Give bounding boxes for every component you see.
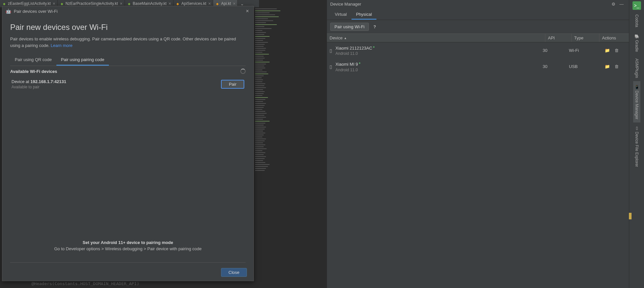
- panel-title: Device Manager: [330, 2, 610, 7]
- device-table: Device ▲ API Type Actions ▯ Xiaomi 21121…: [327, 33, 629, 288]
- folder-icon[interactable]: 📁: [605, 64, 610, 69]
- pair-wifi-button[interactable]: Pair using Wi-Fi: [330, 23, 369, 31]
- gear-icon[interactable]: ⚙: [610, 2, 617, 7]
- tab-pair-code[interactable]: Pair using pairing code: [56, 55, 109, 66]
- phone-icon: ▯: [330, 64, 332, 69]
- right-toolbar: >_ Codota 🐘Gradle ASMPlugin 📱Device Mana…: [629, 0, 644, 288]
- status-dot-icon: ●: [359, 61, 361, 65]
- th-type[interactable]: Type: [572, 34, 599, 42]
- dialog-titlebar: 🤖 Pair devices over Wi-Fi ×: [2, 6, 253, 16]
- device-os: Android 11.0: [335, 68, 543, 72]
- help-icon[interactable]: ?: [372, 24, 377, 29]
- device-name: Xiaomi MI 9●: [335, 61, 543, 67]
- phone-icon: ▯: [330, 48, 332, 53]
- status-dot-icon: ●: [373, 45, 375, 49]
- more-tabs-button[interactable]: ⌄: [238, 1, 247, 6]
- close-icon[interactable]: ×: [53, 1, 55, 6]
- kotlin-icon: ◆: [215, 1, 220, 6]
- kotlin-icon: ◆: [2, 1, 7, 6]
- minimize-icon[interactable]: —: [617, 2, 626, 7]
- dialog-heading: Pair new devices over Wi-Fi: [10, 23, 246, 32]
- kotlin-icon: ◆: [127, 1, 131, 6]
- tab-label: BaseMainActivity.kt: [133, 1, 167, 6]
- tab-pair-qr[interactable]: Pair using QR code: [10, 55, 56, 66]
- device-row[interactable]: ▯ Xiaomi MI 9● Android 11.0 30 USB 📁 🗑: [327, 58, 629, 75]
- sidebar-tab-device-manager[interactable]: 📱Device Manager: [633, 81, 640, 122]
- pairing-hint: Set your Android 11+ device to pairing m…: [10, 237, 246, 261]
- panel-header: Device Manager ⚙ —: [327, 0, 629, 8]
- editor-minimap[interactable]: [255, 7, 291, 283]
- close-icon[interactable]: ×: [233, 1, 235, 6]
- trash-icon[interactable]: 🗑: [614, 64, 619, 69]
- th-device[interactable]: Device ▲: [327, 34, 545, 42]
- tab-physical[interactable]: Physical: [352, 10, 376, 20]
- android-icon: 🤖: [6, 9, 11, 14]
- pair-method-tabs: Pair using QR code Pair using pairing co…: [10, 55, 246, 66]
- close-icon[interactable]: ×: [245, 8, 250, 14]
- device-type: USB: [569, 64, 597, 69]
- code-fragment: @Headers(Constants.HOST_DOMAIN_HEADER_AP…: [31, 281, 139, 286]
- device-api: 30: [543, 64, 569, 69]
- pairable-device-row: Device at 192.168.1.7:42131 Available to…: [10, 77, 246, 92]
- device-toolbar: Pair using Wi-Fi ?: [327, 20, 629, 33]
- device-os: Android 11.0: [335, 51, 543, 56]
- available-devices-header: Available Wi-Fi devices: [10, 66, 246, 77]
- close-icon[interactable]: ×: [169, 1, 171, 6]
- sidebar-tab-device-file-explorer[interactable]: ▯Device File Explorer: [633, 122, 640, 170]
- th-actions[interactable]: Actions: [599, 34, 629, 42]
- dialog-title: Pair devices over Wi-Fi: [14, 9, 245, 14]
- sort-asc-icon: ▲: [344, 36, 347, 40]
- close-icon[interactable]: ×: [120, 1, 123, 6]
- device-row[interactable]: ▯ Xiaomi 2112123AC● Android 11.0 30 Wi-F…: [327, 42, 629, 58]
- device-type-tabs: Virtual Physical: [327, 8, 629, 20]
- trash-icon[interactable]: 🗑: [614, 48, 619, 53]
- loading-spinner-icon: [240, 69, 246, 74]
- terminal-icon[interactable]: >_: [633, 1, 641, 10]
- tab-label: NzEarPracticeSingleActivity.kt: [66, 1, 118, 6]
- sidebar-tab-gradle[interactable]: 🐘Gradle: [633, 31, 640, 55]
- tab-label: ApiServices.kt: [181, 1, 206, 6]
- device-status: Available to pair: [11, 85, 66, 89]
- device-type: Wi-Fi: [569, 48, 597, 53]
- table-header: Device ▲ API Type Actions: [327, 33, 629, 42]
- divider: [10, 262, 246, 263]
- scrollbar-marker: [629, 213, 632, 219]
- learn-more-link[interactable]: Learn more: [51, 43, 72, 48]
- dialog-description: Pair devices to enable wireless debuggin…: [10, 36, 246, 49]
- folder-icon[interactable]: 📁: [605, 48, 610, 53]
- tab-label: Api.kt: [221, 1, 231, 6]
- kotlin-icon: ◆: [60, 1, 64, 6]
- pair-button[interactable]: Pair: [221, 80, 244, 89]
- pair-wifi-dialog: 🤖 Pair devices over Wi-Fi × Pair new dev…: [2, 6, 254, 281]
- device-api: 30: [543, 48, 569, 53]
- kotlin-icon: ◆: [175, 1, 180, 6]
- tab-label: zEasterEggListActivity.kt: [8, 1, 51, 6]
- device-manager-panel: Device Manager ⚙ — Virtual Physical Pair…: [327, 0, 629, 288]
- tab-virtual[interactable]: Virtual: [330, 10, 352, 20]
- th-api[interactable]: API: [545, 34, 572, 42]
- sidebar-tab-asm[interactable]: ASMPlugin: [633, 55, 640, 81]
- device-name: Xiaomi 2112123AC●: [335, 45, 543, 51]
- close-button[interactable]: Close: [221, 268, 247, 277]
- sidebar-tab-codota[interactable]: Codota: [633, 11, 640, 31]
- close-icon[interactable]: ×: [208, 1, 211, 6]
- device-address: Device at 192.168.1.7:42131: [11, 79, 66, 84]
